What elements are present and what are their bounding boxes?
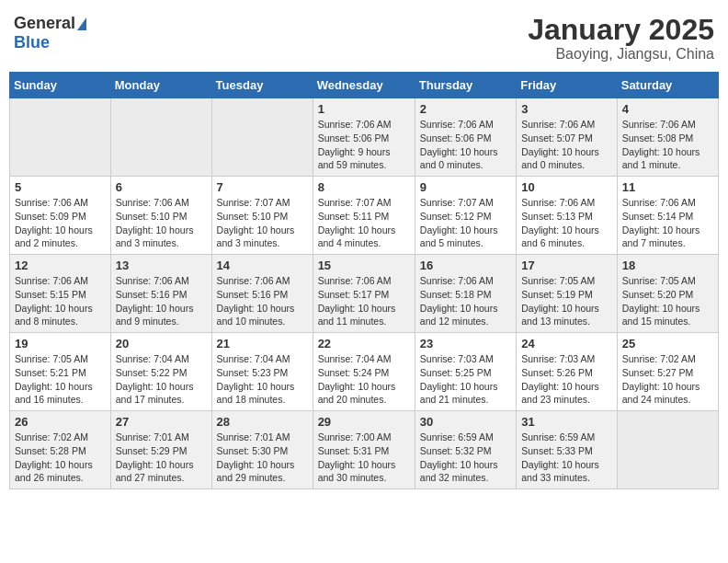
day-number: 5 xyxy=(15,180,106,194)
day-number: 20 xyxy=(116,337,207,350)
day-info: Sunrise: 7:06 AM Sunset: 5:14 PM Dayligh… xyxy=(622,196,713,250)
calendar-day-cell: 3Sunrise: 7:06 AM Sunset: 5:07 PM Daylig… xyxy=(517,98,618,177)
calendar-day-cell: 21Sunrise: 7:04 AM Sunset: 5:23 PM Dayli… xyxy=(211,333,313,411)
calendar-day-cell: 8Sunrise: 7:07 AM Sunset: 5:11 PM Daylig… xyxy=(313,177,415,255)
calendar-day-cell: 31Sunrise: 6:59 AM Sunset: 5:33 PM Dayli… xyxy=(517,411,618,489)
day-info: Sunrise: 7:05 AM Sunset: 5:19 PM Dayligh… xyxy=(521,274,612,328)
day-info: Sunrise: 7:02 AM Sunset: 5:27 PM Dayligh… xyxy=(622,352,713,407)
logo-blue-text: Blue xyxy=(14,33,50,52)
day-number: 4 xyxy=(622,102,713,116)
day-number: 14 xyxy=(217,259,308,272)
page-header: General Blue January 2025 Baoying, Jiang… xyxy=(9,9,719,63)
day-number: 17 xyxy=(521,259,612,272)
calendar-table: SundayMondayTuesdayWednesdayThursdayFrid… xyxy=(9,72,719,489)
calendar-day-cell: 19Sunrise: 7:05 AM Sunset: 5:21 PM Dayli… xyxy=(10,333,111,411)
day-info: Sunrise: 7:04 AM Sunset: 5:22 PM Dayligh… xyxy=(116,352,207,407)
location-title: Baoying, Jiangsu, China xyxy=(528,46,714,63)
day-number: 2 xyxy=(420,102,511,116)
calendar-day-cell: 10Sunrise: 7:06 AM Sunset: 5:13 PM Dayli… xyxy=(517,177,618,255)
calendar-day-cell: 15Sunrise: 7:06 AM Sunset: 5:17 PM Dayli… xyxy=(313,255,415,333)
calendar-day-cell xyxy=(10,98,111,177)
calendar-day-cell: 22Sunrise: 7:04 AM Sunset: 5:24 PM Dayli… xyxy=(313,333,415,411)
day-info: Sunrise: 7:06 AM Sunset: 5:10 PM Dayligh… xyxy=(116,196,207,250)
calendar-day-cell: 1Sunrise: 7:06 AM Sunset: 5:06 PM Daylig… xyxy=(313,98,415,177)
calendar-day-cell xyxy=(110,98,211,177)
day-number: 15 xyxy=(318,259,410,272)
logo-general-text: General xyxy=(14,14,75,33)
calendar-day-cell: 18Sunrise: 7:05 AM Sunset: 5:20 PM Dayli… xyxy=(617,255,718,333)
calendar-day-cell: 28Sunrise: 7:01 AM Sunset: 5:30 PM Dayli… xyxy=(211,411,313,489)
day-info: Sunrise: 7:07 AM Sunset: 5:12 PM Dayligh… xyxy=(420,196,511,250)
day-info: Sunrise: 7:06 AM Sunset: 5:16 PM Dayligh… xyxy=(217,274,308,328)
day-info: Sunrise: 7:06 AM Sunset: 5:17 PM Dayligh… xyxy=(318,274,410,328)
day-info: Sunrise: 7:03 AM Sunset: 5:26 PM Dayligh… xyxy=(521,352,612,407)
day-number: 12 xyxy=(15,259,106,272)
day-info: Sunrise: 7:02 AM Sunset: 5:28 PM Dayligh… xyxy=(15,431,106,485)
calendar-day-cell: 9Sunrise: 7:07 AM Sunset: 5:12 PM Daylig… xyxy=(415,177,516,255)
weekday-header-sunday: Sunday xyxy=(10,73,111,98)
day-number: 29 xyxy=(318,415,410,429)
calendar-day-cell: 5Sunrise: 7:06 AM Sunset: 5:09 PM Daylig… xyxy=(10,177,111,255)
weekday-header-saturday: Saturday xyxy=(617,73,718,98)
calendar-day-cell xyxy=(617,411,718,489)
calendar-day-cell: 27Sunrise: 7:01 AM Sunset: 5:29 PM Dayli… xyxy=(110,411,211,489)
day-number: 21 xyxy=(217,337,308,350)
day-number: 28 xyxy=(217,415,308,429)
day-info: Sunrise: 7:06 AM Sunset: 5:08 PM Dayligh… xyxy=(622,118,713,172)
day-number: 26 xyxy=(15,415,106,429)
day-number: 19 xyxy=(15,337,106,350)
day-number: 18 xyxy=(622,259,713,272)
calendar-day-cell: 2Sunrise: 7:06 AM Sunset: 5:06 PM Daylig… xyxy=(415,98,516,177)
calendar-week-row: 19Sunrise: 7:05 AM Sunset: 5:21 PM Dayli… xyxy=(10,333,719,411)
day-info: Sunrise: 6:59 AM Sunset: 5:33 PM Dayligh… xyxy=(521,431,612,485)
day-info: Sunrise: 7:07 AM Sunset: 5:11 PM Dayligh… xyxy=(318,196,410,250)
day-info: Sunrise: 7:06 AM Sunset: 5:15 PM Dayligh… xyxy=(15,274,106,328)
calendar-day-cell: 24Sunrise: 7:03 AM Sunset: 5:26 PM Dayli… xyxy=(517,333,618,411)
calendar-day-cell: 14Sunrise: 7:06 AM Sunset: 5:16 PM Dayli… xyxy=(211,255,313,333)
day-info: Sunrise: 7:06 AM Sunset: 5:13 PM Dayligh… xyxy=(521,196,612,250)
day-info: Sunrise: 7:04 AM Sunset: 5:23 PM Dayligh… xyxy=(217,352,308,407)
weekday-header-thursday: Thursday xyxy=(415,73,516,98)
day-number: 9 xyxy=(420,180,511,194)
month-title: January 2025 xyxy=(528,14,714,46)
day-info: Sunrise: 7:05 AM Sunset: 5:21 PM Dayligh… xyxy=(15,352,106,407)
calendar-day-cell: 11Sunrise: 7:06 AM Sunset: 5:14 PM Dayli… xyxy=(617,177,718,255)
day-number: 23 xyxy=(420,337,511,350)
weekday-header-wednesday: Wednesday xyxy=(313,73,415,98)
day-number: 11 xyxy=(622,180,713,194)
day-info: Sunrise: 7:06 AM Sunset: 5:18 PM Dayligh… xyxy=(420,274,511,328)
calendar-day-cell: 29Sunrise: 7:00 AM Sunset: 5:31 PM Dayli… xyxy=(313,411,415,489)
day-number: 25 xyxy=(622,337,713,350)
logo-triangle-icon xyxy=(77,17,86,30)
day-number: 22 xyxy=(318,337,410,350)
calendar-week-row: 1Sunrise: 7:06 AM Sunset: 5:06 PM Daylig… xyxy=(10,98,719,177)
day-info: Sunrise: 7:06 AM Sunset: 5:07 PM Dayligh… xyxy=(521,118,612,172)
weekday-header-tuesday: Tuesday xyxy=(211,73,313,98)
calendar-week-row: 26Sunrise: 7:02 AM Sunset: 5:28 PM Dayli… xyxy=(10,411,719,489)
calendar-day-cell: 23Sunrise: 7:03 AM Sunset: 5:25 PM Dayli… xyxy=(415,333,516,411)
day-number: 10 xyxy=(521,180,612,194)
logo: General Blue xyxy=(14,14,86,52)
day-number: 1 xyxy=(318,102,410,116)
calendar-day-cell: 26Sunrise: 7:02 AM Sunset: 5:28 PM Dayli… xyxy=(10,411,111,489)
title-block: January 2025 Baoying, Jiangsu, China xyxy=(528,14,714,63)
calendar-day-cell: 13Sunrise: 7:06 AM Sunset: 5:16 PM Dayli… xyxy=(110,255,211,333)
day-info: Sunrise: 7:05 AM Sunset: 5:20 PM Dayligh… xyxy=(622,274,713,328)
calendar-header-row: SundayMondayTuesdayWednesdayThursdayFrid… xyxy=(10,73,719,98)
day-info: Sunrise: 7:06 AM Sunset: 5:06 PM Dayligh… xyxy=(420,118,511,172)
day-number: 16 xyxy=(420,259,511,272)
day-info: Sunrise: 7:07 AM Sunset: 5:10 PM Dayligh… xyxy=(217,196,308,250)
calendar-day-cell: 4Sunrise: 7:06 AM Sunset: 5:08 PM Daylig… xyxy=(617,98,718,177)
day-info: Sunrise: 6:59 AM Sunset: 5:32 PM Dayligh… xyxy=(420,431,511,485)
day-number: 6 xyxy=(116,180,207,194)
calendar-day-cell: 30Sunrise: 6:59 AM Sunset: 5:32 PM Dayli… xyxy=(415,411,516,489)
day-info: Sunrise: 7:06 AM Sunset: 5:09 PM Dayligh… xyxy=(15,196,106,250)
calendar-day-cell: 25Sunrise: 7:02 AM Sunset: 5:27 PM Dayli… xyxy=(617,333,718,411)
day-number: 3 xyxy=(521,102,612,116)
calendar-day-cell: 16Sunrise: 7:06 AM Sunset: 5:18 PM Dayli… xyxy=(415,255,516,333)
day-number: 24 xyxy=(521,337,612,350)
day-info: Sunrise: 7:01 AM Sunset: 5:29 PM Dayligh… xyxy=(116,431,207,485)
calendar-day-cell: 7Sunrise: 7:07 AM Sunset: 5:10 PM Daylig… xyxy=(211,177,313,255)
day-info: Sunrise: 7:01 AM Sunset: 5:30 PM Dayligh… xyxy=(217,431,308,485)
day-number: 8 xyxy=(318,180,410,194)
